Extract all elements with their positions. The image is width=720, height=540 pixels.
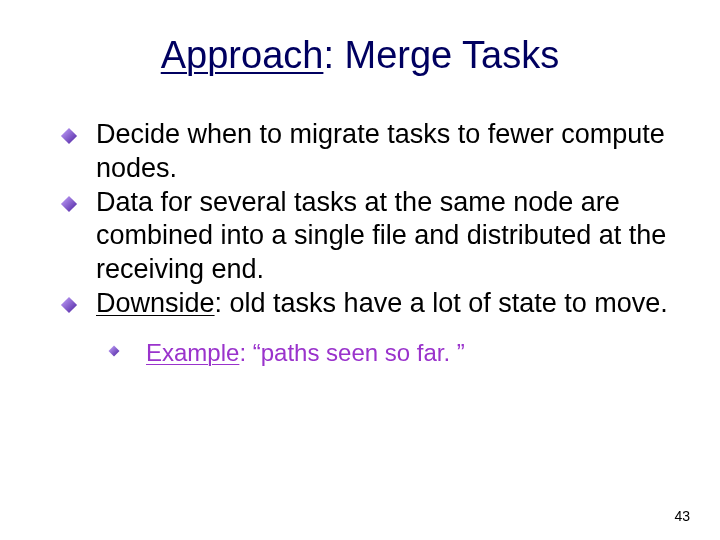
bullet-underlined: Downside (96, 288, 215, 318)
bullet-row: Decide when to migrate tasks to fewer co… (60, 118, 670, 186)
bullet-row: Downside: old tasks have a lot of state … (60, 287, 670, 321)
small-diamond-bullet-icon (108, 345, 120, 357)
bullet-row: Data for several tasks at the same node … (60, 186, 670, 287)
svg-marker-3 (109, 345, 120, 356)
slide-number: 43 (674, 508, 690, 524)
bullet-text: Data for several tasks at the same node … (96, 186, 670, 287)
sub-bullet-row: Example: “paths seen so far. ” (108, 337, 670, 368)
bullet-rest: : old tasks have a lot of state to move. (215, 288, 668, 318)
title-underlined: Approach (161, 34, 324, 76)
bullet-text: Decide when to migrate tasks to fewer co… (96, 118, 670, 186)
bullet-text: Downside: old tasks have a lot of state … (96, 287, 668, 321)
diamond-bullet-icon (60, 296, 78, 314)
sub-bullet-text: Example: “paths seen so far. ” (146, 337, 465, 368)
sub-underlined: Example (146, 339, 239, 366)
content-area: Decide when to migrate tasks to fewer co… (60, 118, 670, 368)
svg-marker-0 (61, 128, 77, 144)
svg-marker-2 (61, 297, 77, 313)
diamond-bullet-icon (60, 127, 78, 145)
slide: Approach: Merge Tasks Decide when to mig… (0, 0, 720, 540)
svg-marker-1 (61, 195, 77, 211)
slide-title: Approach: Merge Tasks (0, 34, 720, 77)
sub-rest: : “paths seen so far. ” (239, 339, 464, 366)
diamond-bullet-icon (60, 195, 78, 213)
title-rest: : Merge Tasks (323, 34, 559, 76)
